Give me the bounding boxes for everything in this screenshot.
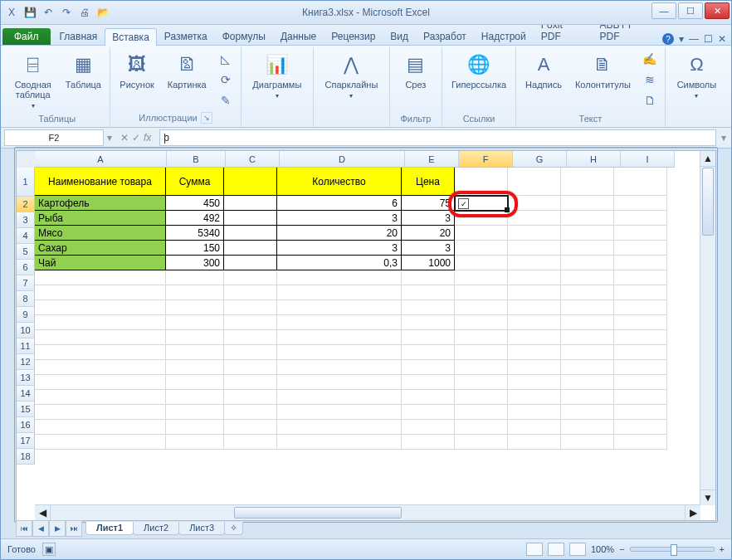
ribbon-button-гиперссылка[interactable]: 🌐Гиперссылка (447, 49, 510, 92)
cell-A2[interactable]: Картофель (35, 196, 166, 211)
ribbon-tab-формулы[interactable]: Формулы (215, 27, 273, 45)
cell-C18[interactable] (224, 435, 277, 450)
cell-D8[interactable] (277, 285, 402, 300)
cell-G14[interactable] (508, 375, 561, 390)
cell-G13[interactable] (508, 360, 561, 375)
sheet-tab-лист3[interactable]: Лист3 (178, 522, 225, 535)
ribbon-smallbutton[interactable]: ✎ (216, 90, 236, 110)
cell-C13[interactable] (224, 360, 277, 375)
pagelayout-view-icon[interactable] (548, 543, 564, 556)
row-header-4[interactable]: 4 (17, 228, 35, 244)
cell-H17[interactable] (561, 420, 614, 435)
cell-E7[interactable] (402, 270, 455, 285)
cell-H9[interactable] (561, 300, 614, 315)
vertical-scrollbar[interactable]: ▲ ▼ (700, 151, 715, 505)
cell-A17[interactable] (35, 420, 166, 435)
cell-B10[interactable] (166, 315, 224, 330)
maximize-button[interactable]: ☐ (678, 2, 703, 19)
row-header-8[interactable]: 8 (17, 291, 35, 307)
cell-F1[interactable] (455, 168, 508, 196)
col-header-A[interactable]: A (35, 151, 167, 168)
cell-G12[interactable] (508, 345, 561, 360)
cell-E6[interactable]: 1000 (402, 256, 455, 270)
cell-F11[interactable] (455, 330, 508, 345)
file-tab[interactable]: Файл (2, 28, 51, 45)
cell-D2[interactable]: 6 (277, 196, 402, 211)
horizontal-scrollbar[interactable]: ◀ ▶ (35, 504, 700, 520)
ribbon-smallbutton[interactable]: ✍ (640, 49, 660, 69)
cell-D18[interactable] (277, 435, 402, 450)
cell-G16[interactable] (508, 405, 561, 420)
cell-I15[interactable] (614, 390, 667, 405)
cell-B15[interactable] (166, 390, 224, 405)
cell-G18[interactable] (508, 435, 561, 450)
open-icon[interactable]: 📂 (95, 5, 110, 20)
cell-C2[interactable] (224, 196, 277, 211)
cell-I11[interactable] (614, 330, 667, 345)
scroll-up-icon[interactable]: ▲ (700, 151, 715, 167)
ribbon-smallbutton[interactable]: 🗋 (640, 90, 660, 110)
cell-F14[interactable] (455, 375, 508, 390)
print-icon[interactable]: 🖨 (77, 5, 92, 20)
row-header-7[interactable]: 7 (17, 275, 35, 291)
cell-I17[interactable] (614, 420, 667, 435)
cell-F17[interactable] (455, 420, 508, 435)
ribbon-tab-главная[interactable]: Главная (52, 27, 105, 45)
fx-icon[interactable]: fx (144, 132, 151, 144)
cell-G2[interactable] (508, 196, 561, 211)
cell-D1[interactable]: Количество (277, 168, 402, 196)
ribbon-button-таблица[interactable]: ▦Таблица (61, 49, 105, 92)
cell-H15[interactable] (561, 390, 614, 405)
cell-H10[interactable] (561, 315, 614, 330)
cell-A11[interactable] (35, 330, 166, 345)
cell-G11[interactable] (508, 330, 561, 345)
doc-minimize-icon[interactable]: — (689, 33, 699, 45)
cell-G6[interactable] (508, 256, 561, 270)
ribbon-button-колонтитулы[interactable]: 🗎Колонтитулы (571, 49, 635, 92)
cell-G17[interactable] (508, 420, 561, 435)
cell-E13[interactable] (402, 360, 455, 375)
col-header-H[interactable]: H (567, 151, 621, 168)
undo-icon[interactable]: ↶ (41, 5, 56, 20)
cell-C14[interactable] (224, 375, 277, 390)
cell-E10[interactable] (402, 315, 455, 330)
formula-input[interactable]: þ (159, 129, 716, 146)
cell-D9[interactable] (277, 300, 402, 315)
cell-G3[interactable] (508, 211, 561, 226)
cell-C3[interactable] (224, 211, 277, 226)
cell-I13[interactable] (614, 360, 667, 375)
cell-C5[interactable] (224, 241, 277, 256)
cell-D15[interactable] (277, 390, 402, 405)
row-header-11[interactable]: 11 (17, 338, 35, 354)
sheet-tab-лист2[interactable]: Лист2 (133, 522, 179, 535)
cell-B13[interactable] (166, 360, 224, 375)
col-header-F[interactable]: F (459, 151, 513, 168)
sheet-tabs[interactable]: Лист1Лист2Лист3✧ (85, 522, 242, 535)
cell-G10[interactable] (508, 315, 561, 330)
cell-D7[interactable] (277, 270, 402, 285)
row-header-15[interactable]: 15 (17, 402, 35, 417)
cell-B11[interactable] (166, 330, 224, 345)
cell-F18[interactable] (455, 435, 508, 450)
cell-H7[interactable] (561, 270, 614, 285)
minimize-button[interactable]: — (651, 2, 676, 19)
row-header-10[interactable]: 10 (17, 323, 35, 338)
zoom-level[interactable]: 100% (591, 544, 614, 554)
scroll-left-icon[interactable]: ◀ (35, 505, 51, 520)
cell-E1[interactable]: Цена (402, 168, 455, 196)
cell-I16[interactable] (614, 405, 667, 420)
sheet-tab-лист1[interactable]: Лист1 (85, 522, 134, 535)
scroll-right-icon[interactable]: ▶ (685, 505, 700, 520)
macro-record-icon[interactable]: ▣ (42, 543, 56, 556)
cell-E14[interactable] (402, 375, 455, 390)
cell-I4[interactable] (614, 226, 667, 241)
cell-D17[interactable] (277, 420, 402, 435)
col-header-G[interactable]: G (513, 151, 567, 168)
col-header-B[interactable]: B (167, 151, 226, 168)
cell-H13[interactable] (561, 360, 614, 375)
cell-A15[interactable] (35, 390, 166, 405)
cell-B8[interactable] (166, 285, 224, 300)
cell-F16[interactable] (455, 405, 508, 420)
col-header-C[interactable]: C (226, 151, 280, 168)
cell-H2[interactable] (561, 196, 614, 211)
